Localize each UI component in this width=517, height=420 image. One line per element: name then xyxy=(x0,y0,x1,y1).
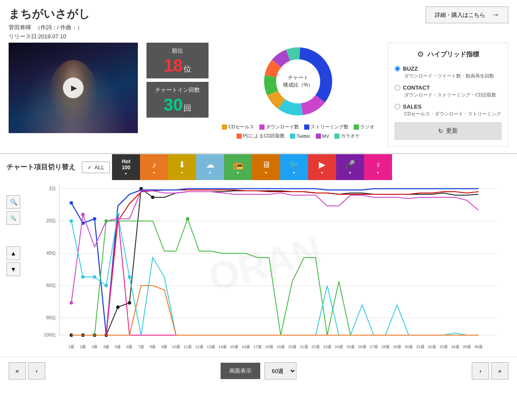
buzz-desc: ダウンロード・ツイート数・動画再生回数 xyxy=(404,73,501,79)
svg-point-72 xyxy=(186,217,190,221)
svg-text:60位: 60位 xyxy=(46,283,56,288)
contact-radio[interactable] xyxy=(395,85,400,90)
pink-icon: ♀ xyxy=(375,160,381,170)
tab-monitor-chevron: ▾ xyxy=(265,171,267,175)
svg-text:21週: 21週 xyxy=(300,345,308,349)
contact-option[interactable]: CONTACT ダウンロード・ストリーミング・CD読取数 xyxy=(395,84,501,98)
chart-plot: 1位 20位 40位 60位 80位 100位 1週2週3週 4週5週6週 xyxy=(24,182,517,355)
svg-text:80位: 80位 xyxy=(46,315,56,320)
svg-text:24週: 24週 xyxy=(335,345,343,349)
rank-value: 18 xyxy=(164,57,183,74)
svg-text:3週: 3週 xyxy=(91,345,97,349)
hybrid-icon: ⚙ xyxy=(417,50,424,59)
sales-radio[interactable] xyxy=(395,104,400,109)
svg-text:7週: 7週 xyxy=(138,345,144,349)
next-page-button[interactable]: › xyxy=(472,362,489,380)
svg-text:8週: 8週 xyxy=(149,345,156,349)
twitter-icon: 🐦 xyxy=(289,159,299,170)
tab-twitter[interactable]: 🐦 ▾ xyxy=(280,154,308,180)
tab-pink[interactable]: ♀ ▾ xyxy=(364,154,392,180)
svg-text:4週: 4週 xyxy=(103,345,109,349)
svg-text:35週: 35週 xyxy=(463,345,471,349)
tab-cdsales-chevron: ▾ xyxy=(153,171,155,175)
display-button[interactable]: 画面表示 xyxy=(221,363,260,379)
svg-point-76 xyxy=(105,284,108,287)
prev-page-button[interactable]: ‹ xyxy=(28,362,45,380)
tab-karaoke[interactable]: 🎤 ▾ xyxy=(336,154,364,180)
svg-text:23週: 23週 xyxy=(323,345,331,349)
zoom-out-button[interactable]: 🔍 xyxy=(6,211,20,225)
chart-legend: CDセールス ダウンロード数 ストリーミング数 ラジオ PCによるCD読取数 T… xyxy=(217,124,379,139)
svg-point-66 xyxy=(70,201,73,205)
sales-option[interactable]: SALES CDセールス・ダウンロード・ストリーミング xyxy=(395,103,501,117)
svg-text:29週: 29週 xyxy=(393,345,401,349)
svg-text:2週: 2週 xyxy=(80,345,86,349)
cdsales-icon: ♪ xyxy=(152,160,156,170)
chartin-label: チャートイン回数 xyxy=(155,86,200,94)
svg-text:17週: 17週 xyxy=(253,345,262,349)
bottom-nav: « ‹ 画面表示 10週 20週 30週 40週 50週 60週 › » xyxy=(0,357,517,385)
tab-radio[interactable]: 📻 ▾ xyxy=(224,154,252,180)
refresh-icon: ↻ xyxy=(438,128,443,134)
tab-youtube[interactable]: ▶ ▾ xyxy=(308,154,336,180)
svg-point-68 xyxy=(93,217,97,221)
tab-hot100[interactable]: Hot 100 ▾ xyxy=(112,154,140,180)
karaoke-icon: 🎤 xyxy=(345,159,355,170)
tab-cdsales[interactable]: ♪ ▾ xyxy=(140,154,168,180)
tab-download-chevron: ▾ xyxy=(181,171,183,175)
scroll-down-button[interactable]: ▼ xyxy=(6,262,20,276)
song-title: まちがいさがし xyxy=(9,6,90,22)
svg-text:13週: 13週 xyxy=(207,345,215,349)
hybrid-panel: ⚙ ハイブリッド指標 BUZZ ダウンロード・ツイート数・動画再生回数 CONT… xyxy=(388,43,508,146)
buzz-option[interactable]: BUZZ ダウンロード・ツイート数・動画再生回数 xyxy=(395,65,501,79)
svg-text:9週: 9週 xyxy=(161,345,167,349)
buzz-label: BUZZ xyxy=(403,65,418,72)
detail-button[interactable]: 詳細・購入はこちら → xyxy=(426,6,508,23)
chart-switch-label: チャート項目切り替え xyxy=(6,158,82,177)
svg-text:28週: 28週 xyxy=(381,345,389,349)
svg-text:26週: 26週 xyxy=(358,345,366,349)
tab-monitor[interactable]: 🖥 ▾ xyxy=(252,154,280,180)
chartin-box: チャートイン回数 30 回 xyxy=(146,82,209,118)
tab-youtube-chevron: ▾ xyxy=(321,171,323,175)
svg-text:25週: 25週 xyxy=(346,345,355,349)
svg-text:6週: 6週 xyxy=(126,345,132,349)
buzz-radio[interactable] xyxy=(395,66,400,72)
update-button[interactable]: ↻ 更新 xyxy=(395,122,501,140)
svg-text:ORAN: ORAN xyxy=(204,228,326,299)
song-info: まちがいさがし 菅田将暉 （作詞：/ 作曲：） リリース日:2019.07.10 xyxy=(9,6,90,40)
scroll-up-button[interactable]: ▲ xyxy=(6,246,20,260)
tab-hot100-chevron: ▾ xyxy=(125,171,127,176)
check-mark: ✓ xyxy=(87,164,92,171)
first-page-button[interactable]: « xyxy=(9,362,26,380)
svg-text:14週: 14週 xyxy=(218,345,227,349)
streaming-icon: ☁ xyxy=(206,159,215,170)
contact-label: CONTACT xyxy=(403,84,430,91)
contact-desc: ダウンロード・ストリーミング・CD読取数 xyxy=(404,92,501,98)
tab-streaming[interactable]: ☁ ▾ xyxy=(196,154,224,180)
svg-text:34週: 34週 xyxy=(451,345,459,349)
svg-point-78 xyxy=(128,275,131,279)
svg-text:30週: 30週 xyxy=(405,345,413,349)
song-credits: 菅田将暉 （作詞：/ 作曲：） xyxy=(9,24,90,31)
video-thumbnail[interactable]: ▶ xyxy=(9,43,138,133)
chartin-value: 30 xyxy=(164,96,183,113)
last-page-button[interactable]: » xyxy=(491,362,508,380)
tab-download[interactable]: ⬇ ▾ xyxy=(168,154,196,180)
svg-point-75 xyxy=(93,275,97,279)
svg-text:15週: 15週 xyxy=(230,345,238,349)
tab-twitter-chevron: ▾ xyxy=(293,171,295,175)
zoom-in-button[interactable]: 🔍 xyxy=(6,195,20,209)
svg-text:16週: 16週 xyxy=(242,345,250,349)
video-play-button[interactable]: ▶ xyxy=(63,78,84,98)
all-checkbox[interactable]: ✓ ALL xyxy=(82,162,110,173)
rank-label: 順位 xyxy=(155,47,200,55)
svg-text:5週: 5週 xyxy=(115,345,121,349)
tab-karaoke-chevron: ▾ xyxy=(349,171,351,175)
monitor-icon: 🖥 xyxy=(262,160,271,170)
svg-text:22週: 22週 xyxy=(311,345,320,349)
svg-text:18週: 18週 xyxy=(265,345,273,349)
svg-text:31週: 31週 xyxy=(416,345,424,349)
weeks-select[interactable]: 10週 20週 30週 40週 50週 60週 xyxy=(265,362,296,380)
svg-text:36週: 36週 xyxy=(474,345,483,349)
